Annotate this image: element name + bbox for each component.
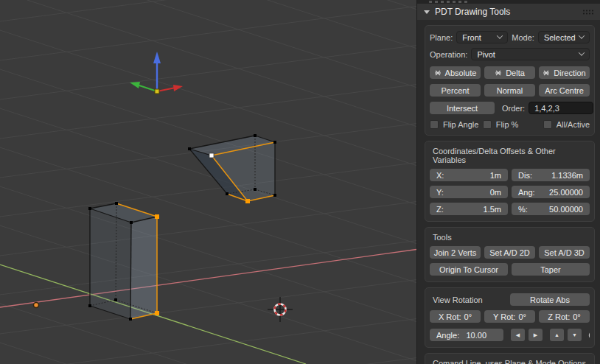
rotate-up-button[interactable]: ▲ <box>550 329 564 341</box>
chevron-down-icon <box>579 32 585 38</box>
blender-window: PDT Drawing Tools Plane: Front Mode: Sel… <box>0 0 600 364</box>
angle-field[interactable]: Angle: 10.00 <box>430 329 503 341</box>
pivot-center <box>155 89 159 94</box>
percent-button[interactable]: Percent <box>430 84 481 97</box>
previous-panel-remnant <box>417 0 600 4</box>
intersect-button[interactable]: Intersect <box>430 102 495 114</box>
group-coordinates: Coordinates/Delta Offsets & Other Variab… <box>425 141 595 222</box>
mesh-object-box[interactable] <box>88 202 159 321</box>
x-rot-field[interactable]: X Rot: 0° <box>430 310 481 323</box>
arrow-left-icon: ◀ <box>516 332 520 338</box>
object-origin-dot[interactable] <box>34 303 39 308</box>
set-ad-2d-button[interactable]: Set A/D 2D <box>484 246 535 259</box>
order-label: Order: <box>502 104 525 113</box>
arrow-right-icon: ▶ <box>534 332 537 338</box>
y-field[interactable]: Y: 0m <box>430 186 508 198</box>
mode-label: Mode: <box>512 33 534 42</box>
pivot-icon <box>495 69 502 77</box>
coordinates-header: Coordinates/Delta Offsets & Other Variab… <box>433 147 590 164</box>
arrow-down-icon: ▼ <box>572 332 577 337</box>
panel-title: PDT Drawing Tools <box>435 7 577 17</box>
order-input[interactable]: 1,4,2,3 <box>529 102 593 114</box>
plane-dropdown[interactable]: Front <box>456 31 508 43</box>
group-command-line: Comand Line, uses Plane & Mode Options c… <box>425 353 595 364</box>
arc-centre-button[interactable]: Arc Centre <box>539 84 590 97</box>
rotate-down-button[interactable]: ▼ <box>568 329 582 341</box>
chevron-down-icon <box>497 32 503 38</box>
flip-percent-checkbox[interactable] <box>483 120 492 129</box>
pivot-icon <box>434 69 442 77</box>
z-rot-field[interactable]: Z Rot: 0° <box>539 310 590 323</box>
chevron-down-icon <box>579 49 585 55</box>
panel-header[interactable]: PDT Drawing Tools <box>417 4 600 20</box>
delta-button[interactable]: Delta <box>484 66 535 79</box>
panel-collapse-icon[interactable] <box>424 10 430 14</box>
x-field[interactable]: X: 1m <box>430 169 508 181</box>
origin-to-cursor-button[interactable]: Origin To Cursor <box>430 263 508 276</box>
rotate-right-button[interactable]: ▶ <box>529 329 543 341</box>
flip-percent-checkbox-group: Flip % <box>483 120 532 129</box>
dis-field[interactable]: Dis: 1.1336m <box>512 169 590 181</box>
group-view-rotation: View Rotation Rotate Abs X Rot: 0° Y Rot… <box>425 287 595 348</box>
absolute-button[interactable]: Absolute <box>430 66 481 79</box>
operation-label: Operation: <box>430 50 467 59</box>
command-line-header: Comand Line, uses Plane & Mode Options <box>433 359 590 364</box>
group-main-options: Plane: Front Mode: Selected Operation: P… <box>425 25 595 136</box>
y-rot-field[interactable]: Y Rot: 0° <box>484 310 535 323</box>
operation-dropdown[interactable]: Pivot <box>471 48 590 60</box>
flip-angle-checkbox[interactable] <box>430 120 439 129</box>
arrow-up-icon: ▲ <box>554 332 559 337</box>
viewport-background <box>0 0 416 364</box>
set-ad-3d-button[interactable]: Set A/D 3D <box>539 246 590 259</box>
z-field[interactable]: Z: 1.5m <box>430 203 508 215</box>
percent-field[interactable]: %: 50.00000 <box>512 203 590 215</box>
ang-field[interactable]: Ang: 25.00000 <box>512 186 590 198</box>
join-2-verts-button[interactable]: Join 2 Verts <box>430 246 481 259</box>
3d-viewport[interactable] <box>0 0 416 364</box>
direction-button[interactable]: Direction <box>539 66 590 79</box>
plane-label: Plane: <box>430 33 453 42</box>
rotate-left-button[interactable]: ◀ <box>511 329 525 341</box>
selected-vertex[interactable] <box>245 199 250 203</box>
sidebar-pdt-panel: PDT Drawing Tools Plane: Front Mode: Sel… <box>416 0 600 364</box>
mode-dropdown[interactable]: Selected <box>538 31 590 43</box>
view-rotation-header: View Rotation <box>433 295 506 304</box>
group-tools: Tools Join 2 Verts Set A/D 2D Set A/D 3D… <box>425 227 595 282</box>
flip-angle-checkbox-group: Flip Angle <box>430 120 479 129</box>
orbit-view-icon[interactable] <box>587 329 590 340</box>
tools-header: Tools <box>433 233 590 242</box>
all-active-checkbox-group: All/Active <box>536 120 590 129</box>
pivot-icon <box>543 69 550 77</box>
all-active-checkbox[interactable] <box>543 120 552 129</box>
rotate-abs-button[interactable]: Rotate Abs <box>510 293 590 306</box>
panel-drag-handle-icon[interactable] <box>582 9 593 15</box>
active-vertex[interactable] <box>209 153 214 158</box>
normal-button[interactable]: Normal <box>484 84 535 97</box>
taper-button[interactable]: Taper <box>512 263 590 276</box>
